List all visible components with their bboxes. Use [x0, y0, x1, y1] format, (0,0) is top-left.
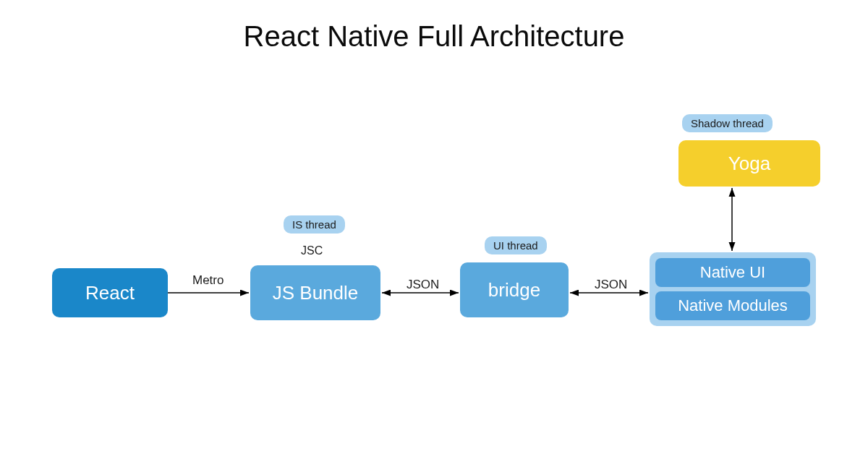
edge-label-json-2: JSON — [595, 278, 627, 292]
edge-label-json-1: JSON — [407, 278, 439, 292]
node-bridge: bridge — [460, 262, 569, 317]
node-yoga: Yoga — [678, 140, 820, 187]
node-jsbundle-sublabel: JSC — [301, 244, 323, 257]
node-native-modules: Native Modules — [655, 291, 810, 320]
pill-is-thread: IS thread — [284, 215, 345, 234]
node-yoga-label: Yoga — [728, 153, 770, 175]
node-native-modules-label: Native Modules — [678, 296, 788, 315]
node-native-container: Native UI Native Modules — [650, 252, 816, 326]
pill-ui-thread: UI thread — [485, 236, 547, 254]
node-react-label: React — [85, 282, 135, 304]
node-native-ui-label: Native UI — [700, 263, 765, 282]
edge-label-metro: Metro — [192, 273, 224, 288]
pill-shadow-thread: Shadow thread — [682, 114, 773, 132]
arrows-layer — [0, 0, 868, 454]
node-jsbundle: JS Bundle — [250, 265, 380, 320]
node-react: React — [52, 268, 168, 317]
node-native-ui: Native UI — [655, 258, 810, 287]
node-bridge-label: bridge — [488, 279, 540, 301]
diagram-title: React Native Full Architecture — [0, 20, 868, 53]
node-jsbundle-label: JS Bundle — [273, 282, 359, 304]
